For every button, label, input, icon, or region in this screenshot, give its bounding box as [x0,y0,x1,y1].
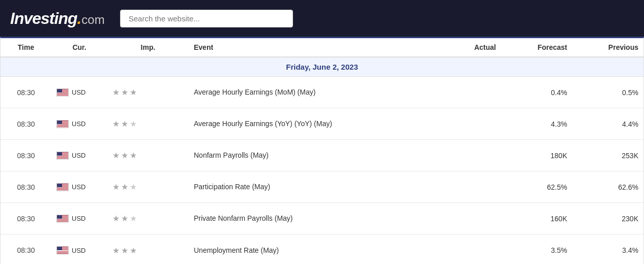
table-row: 08:30 USD ★★★ Average Hourly Earnings (Y… [1,108,643,140]
importance-star: ★ [112,151,120,160]
logo-com-text: com [81,13,104,27]
importance-star: ★ [121,246,128,255]
event-currency: USD [51,152,107,160]
table-row: 08:30 USD ★★★ Participation Rate (May) 6… [1,171,643,203]
country-flag [56,183,69,191]
table-header-row: Time Cur. Imp. Event Actual Forecast Pre… [1,38,643,57]
country-flag [56,120,69,128]
importance-star: ★ [112,119,120,129]
event-time: 08:30 [1,89,51,97]
importance-star: ★ [121,151,128,160]
event-forecast: 4.3% [501,120,572,128]
col-header-importance: Imp. [107,43,189,51]
header: Investing.com [0,0,644,37]
event-previous: 62.6% [572,183,643,191]
economic-calendar-table: Time Cur. Imp. Event Actual Forecast Pre… [0,37,644,264]
col-header-time: Time [1,43,51,51]
col-header-event: Event [189,43,440,51]
currency-label: USD [72,247,85,254]
importance-star: ★ [130,182,137,192]
importance-star: ★ [130,151,137,160]
event-name[interactable]: Unemployment Rate (May) [189,245,440,256]
importance-star: ★ [121,87,128,97]
event-currency: USD [51,89,107,97]
table-row: 08:30 USD ★★★ Private Nonfarm Payrolls (… [1,203,643,234]
event-previous: 0.5% [572,89,643,97]
event-forecast: 3.5% [501,246,572,254]
importance-star: ★ [112,214,120,223]
event-currency: USD [51,120,107,128]
search-input[interactable] [120,10,293,27]
importance-star: ★ [130,214,137,223]
event-name[interactable]: Private Nonfarm Payrolls (May) [189,213,440,224]
currency-label: USD [72,120,85,128]
col-header-currency: Cur. [51,43,107,51]
event-time: 08:30 [1,183,51,191]
country-flag [56,246,69,254]
currency-label: USD [72,89,85,96]
importance-stars: ★★★ [107,246,189,255]
importance-star: ★ [112,246,120,255]
logo-investing-text: Investing [10,9,77,28]
importance-star: ★ [130,246,137,255]
table-body: 08:30 USD ★★★ Average Hourly Earnings (M… [1,77,643,264]
country-flag [56,215,69,223]
event-previous: 230K [572,215,643,223]
event-time: 08:30 [1,215,51,223]
col-header-forecast: Forecast [501,43,572,51]
event-time: 08:30 [1,246,51,254]
importance-stars: ★★★ [107,214,189,223]
col-header-actual: Actual [440,43,501,51]
event-forecast: 160K [501,215,572,223]
importance-star: ★ [130,87,137,97]
logo[interactable]: Investing.com [10,9,105,28]
event-time: 08:30 [1,120,51,128]
importance-star: ★ [112,182,120,192]
event-name[interactable]: Average Hourly Earnings (YoY) (YoY) (May… [189,119,440,129]
event-currency: USD [51,246,107,254]
event-forecast: 62.5% [501,183,572,191]
event-name[interactable]: Average Hourly Earnings (MoM) (May) [189,87,440,98]
event-previous: 4.4% [572,120,643,128]
event-previous: 3.4% [572,246,643,254]
event-name[interactable]: Participation Rate (May) [189,182,440,192]
importance-stars: ★★★ [107,151,189,160]
importance-star: ★ [130,119,137,129]
importance-star: ★ [121,214,128,223]
importance-stars: ★★★ [107,182,189,192]
importance-stars: ★★★ [107,119,189,129]
country-flag [56,152,69,160]
importance-star: ★ [121,182,128,192]
country-flag [56,89,69,97]
table-row: 08:30 USD ★★★ Average Hourly Earnings (M… [1,77,643,108]
currency-label: USD [72,152,85,159]
importance-stars: ★★★ [107,87,189,97]
event-forecast: 180K [501,152,572,160]
table-row: 08:30 USD ★★★ Nonfarm Payrolls (May) 180… [1,140,643,171]
event-name[interactable]: Nonfarm Payrolls (May) [189,150,440,161]
event-previous: 253K [572,152,643,160]
currency-label: USD [72,183,85,191]
table-row: 08:30 USD ★★★ Unemployment Rate (May) 3.… [1,234,643,264]
currency-label: USD [72,215,85,222]
event-currency: USD [51,183,107,191]
date-section-header: Friday, June 2, 2023 [1,57,643,77]
event-forecast: 0.4% [501,89,572,97]
event-currency: USD [51,215,107,223]
importance-star: ★ [121,119,128,129]
event-time: 08:30 [1,152,51,160]
importance-star: ★ [112,87,120,97]
logo-dot: . [77,9,81,28]
col-header-previous: Previous [572,43,643,51]
